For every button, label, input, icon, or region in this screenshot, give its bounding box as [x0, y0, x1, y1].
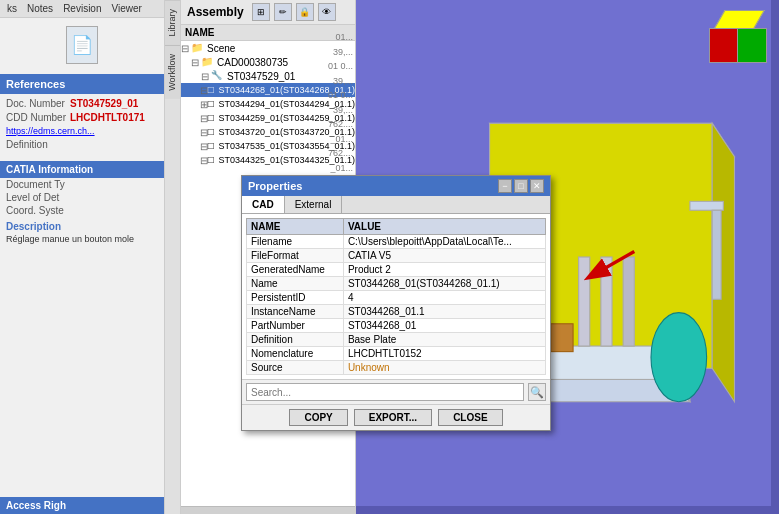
description-label: Description [6, 221, 158, 232]
prop-name: PersistentID [247, 291, 344, 305]
cube-left-face [709, 28, 739, 63]
prop-name: PartNumber [247, 319, 344, 333]
prop-value: C:\Users\blepoitt\AppData\Local\Te... [343, 235, 545, 249]
prop-value: ST0344268_01(ST0344268_01.1) [343, 277, 545, 291]
table-row: InstanceNameST0344268_01.1 [247, 305, 546, 319]
col-name: NAME [247, 219, 344, 235]
assembly-toolbar: Assembly ⊞ ✏ 🔒 👁 [181, 0, 355, 25]
access-rights-header: Access Righ [0, 497, 164, 514]
dialog-content: NAME VALUE FilenameC:\Users\blepoitt\App… [242, 214, 550, 379]
prop-name: Source [247, 361, 344, 375]
export-button[interactable]: EXPORT... [354, 409, 432, 426]
viewport-scrollbar-v[interactable] [771, 0, 779, 514]
prop-name: GeneratedName [247, 263, 344, 277]
orientation-cube[interactable] [709, 10, 769, 70]
search-button[interactable]: 🔍 [528, 383, 546, 401]
cube-top-face [713, 10, 765, 30]
eye-icon[interactable]: 👁 [318, 3, 336, 21]
part-icon: □ [208, 126, 217, 138]
prop-name: Nomenclature [247, 347, 344, 361]
prop-value: ST0344268_01.1 [343, 305, 545, 319]
references-header: References [0, 74, 164, 94]
doc-number-label: Doc. Number [6, 98, 66, 109]
prop-value: ST0344268_01 [343, 319, 545, 333]
cdd-number-value: LHCDHTLT0171 [70, 112, 145, 123]
table-row: FileFormatCATIA V5 [247, 249, 546, 263]
search-input[interactable] [246, 383, 524, 401]
close-dialog-button[interactable]: ✕ [530, 179, 544, 193]
edit-icon[interactable]: ✏ [274, 3, 292, 21]
dialog-titlebar: Properties − □ ✕ [242, 176, 550, 196]
edms-link[interactable]: https://edms.cern.ch... [6, 126, 95, 136]
svg-rect-9 [579, 257, 590, 346]
cdd-number-label: CDD Number [6, 112, 66, 123]
table-row: SourceUnknown [247, 361, 546, 375]
reference-fields: Doc. Number ST0347529_01 CDD Number LHCD… [0, 94, 164, 157]
table-row: DefinitionBase Plate [247, 333, 546, 347]
svg-rect-16 [690, 201, 723, 210]
dialog-title: Properties [248, 180, 302, 192]
part-icon: 🔧 [211, 70, 225, 82]
properties-dialog: Properties − □ ✕ CAD External NAME VALUE [241, 175, 551, 431]
definition-label: Definition [6, 139, 66, 150]
prop-name: Filename [247, 235, 344, 249]
menu-bar: ks Notes Revision Viewer [0, 0, 164, 18]
part-icon: □ [208, 112, 217, 124]
copy-button[interactable]: COPY [289, 409, 347, 426]
table-row: NameST0344268_01(ST0344268_01.1) [247, 277, 546, 291]
table-row: FilenameC:\Users\blepoitt\AppData\Local\… [247, 235, 546, 249]
grid-icon[interactable]: ⊞ [252, 3, 270, 21]
library-tab[interactable]: Library [165, 0, 180, 45]
coord-label: Coord. Syste [6, 205, 64, 216]
prop-value: CATIA V5 [343, 249, 545, 263]
dialog-controls: − □ ✕ [498, 179, 544, 193]
folder-icon: 📁 [191, 42, 205, 54]
left-sidebar: ks Notes Revision Viewer 📄 References Do… [0, 0, 165, 514]
table-row: PartNumberST0344268_01 [247, 319, 546, 333]
svg-rect-11 [623, 257, 634, 346]
lock-icon[interactable]: 🔒 [296, 3, 314, 21]
prop-value: Product 2 [343, 263, 545, 277]
menu-viewer[interactable]: Viewer [108, 2, 144, 15]
table-row: GeneratedNameProduct 2 [247, 263, 546, 277]
part-icon: □ [208, 154, 217, 166]
prop-name: Name [247, 277, 344, 291]
level-label: Level of Det [6, 192, 61, 203]
tree-panel: Assembly ⊞ ✏ 🔒 👁 NAME ⊟ 📁 Scene ⊟ 📁 CAD0… [181, 0, 356, 514]
workflow-tab[interactable]: Workflow [165, 45, 180, 99]
prop-value: LHCDHTLT0152 [343, 347, 545, 361]
document-icon: 📄 [66, 26, 98, 64]
horizontal-scrollbar[interactable] [181, 506, 355, 514]
svg-rect-17 [712, 210, 721, 299]
description-section: Description Réglage manue un bouton mole [0, 217, 164, 248]
close-button[interactable]: CLOSE [438, 409, 502, 426]
table-row: PersistentID4 [247, 291, 546, 305]
cube-right-face [737, 28, 767, 63]
viewport-scrollbar-h[interactable] [356, 506, 771, 514]
description-text: Réglage manue un bouton mole [6, 234, 158, 244]
minimize-button[interactable]: − [498, 179, 512, 193]
prop-value: Base Plate [343, 333, 545, 347]
doc-number-value: ST0347529_01 [70, 98, 138, 109]
folder-icon: 📁 [201, 56, 215, 68]
menu-notes[interactable]: Notes [24, 2, 56, 15]
menu-ks[interactable]: ks [4, 2, 20, 15]
prop-name: FileFormat [247, 249, 344, 263]
restore-button[interactable]: □ [514, 179, 528, 193]
prop-value: Unknown [343, 361, 545, 375]
svg-rect-13 [551, 324, 573, 352]
tab-cad[interactable]: CAD [242, 196, 285, 213]
svg-point-12 [651, 313, 707, 402]
col-value: VALUE [343, 219, 545, 235]
assembly-title: Assembly [187, 5, 244, 19]
prop-name: Definition [247, 333, 344, 347]
doc-type-label: Document Ty [6, 179, 65, 190]
part-icon: □ [208, 84, 217, 96]
dialog-tabs: CAD External [242, 196, 550, 214]
prop-value: 4 [343, 291, 545, 305]
tab-external[interactable]: External [285, 196, 343, 213]
prop-name: InstanceName [247, 305, 344, 319]
properties-table: NAME VALUE FilenameC:\Users\blepoitt\App… [246, 218, 546, 375]
menu-revision[interactable]: Revision [60, 2, 104, 15]
part-icon: □ [208, 98, 217, 110]
